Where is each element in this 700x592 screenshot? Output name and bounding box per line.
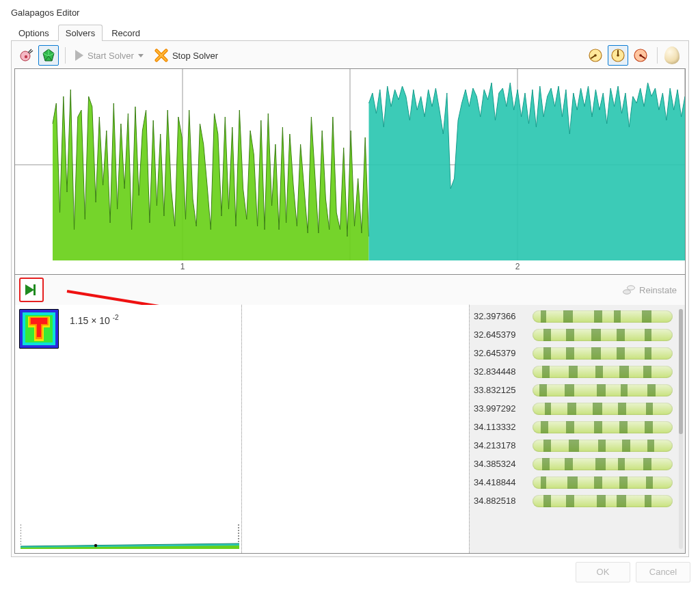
- genome-bar: [533, 384, 673, 396]
- toolbar-separator: [65, 47, 66, 64]
- solver-evolutionary-button[interactable]: [16, 45, 36, 66]
- reinstate-bar: Reinstate: [14, 275, 686, 305]
- tab-record[interactable]: Record: [104, 25, 148, 41]
- window-title: Galapagos Editor: [7, 3, 693, 23]
- middle-panel: [242, 305, 470, 553]
- x-icon: [154, 49, 168, 62]
- start-solver-button[interactable]: Start Solver: [70, 46, 149, 65]
- genome-row[interactable]: 33.832125: [472, 381, 685, 399]
- x-tick: 2: [350, 262, 685, 274]
- genome-bar: [533, 440, 673, 452]
- stop-solver-button[interactable]: Stop Solver: [149, 46, 224, 65]
- cancel-button[interactable]: Cancel: [636, 562, 690, 582]
- solution-panel: 1.15 × 10 -2: [15, 305, 242, 553]
- genome-bar: [533, 403, 673, 415]
- fitness-chart[interactable]: 12: [14, 68, 686, 275]
- genome-bar: [533, 476, 673, 489]
- genome-row[interactable]: 34.385324: [472, 455, 685, 472]
- chevron-down-icon: [138, 54, 144, 57]
- gem-icon: [41, 48, 56, 63]
- genome-panel: 32.39736632.64537932.64537932.83444833.8…: [470, 305, 685, 553]
- reinstate-icon: [622, 283, 636, 297]
- toolbar-separator: [657, 47, 658, 64]
- genome-value: 32.397366: [472, 311, 533, 321]
- genome-row[interactable]: 32.645379: [472, 345, 685, 362]
- genome-scrollbar[interactable]: [679, 309, 683, 549]
- genome-bar: [533, 495, 673, 507]
- genome-row[interactable]: 34.213178: [472, 437, 685, 454]
- svg-rect-31: [37, 318, 41, 337]
- genome-bar: [533, 310, 673, 323]
- svg-point-21: [623, 290, 631, 294]
- tab-solvers[interactable]: Solvers: [58, 25, 103, 41]
- skip-end-icon: [25, 283, 38, 297]
- svg-point-1: [25, 55, 27, 58]
- tab-bar: Options Solvers Record: [7, 23, 693, 41]
- play-icon: [75, 50, 83, 61]
- reinstate-label: Reinstate: [639, 285, 677, 295]
- reinstate-button[interactable]: Reinstate: [617, 282, 682, 298]
- genome-row[interactable]: 32.834448: [472, 363, 685, 380]
- genome-bar: [533, 329, 673, 341]
- genome-row[interactable]: 34.418844: [472, 474, 685, 491]
- speed-medium-button[interactable]: [608, 45, 628, 66]
- genome-bar: [533, 347, 673, 360]
- svg-point-34: [94, 544, 97, 547]
- gauge-low-icon: [588, 48, 603, 63]
- gauge-mid-icon: [610, 48, 625, 63]
- amoeba-icon: [18, 48, 33, 63]
- genome-value: 33.997292: [472, 403, 533, 414]
- genome-value: 34.882518: [472, 496, 533, 506]
- svg-point-22: [628, 286, 635, 290]
- start-solver-label: Start Solver: [88, 51, 134, 61]
- ok-button[interactable]: OK: [576, 562, 630, 582]
- genome-value: 34.385324: [472, 459, 533, 469]
- genome-value: 34.213178: [472, 440, 533, 450]
- egg-icon: [664, 46, 679, 64]
- genome-row[interactable]: 34.113332: [472, 418, 685, 435]
- fitness-chart-svg: [15, 69, 685, 260]
- genome-bar: [533, 458, 673, 470]
- genome-value: 33.832125: [472, 385, 533, 395]
- speed-slow-button[interactable]: [585, 45, 606, 66]
- genome-bar: [533, 366, 673, 378]
- genome-value: 32.645379: [472, 329, 533, 340]
- genome-value: 32.645379: [472, 348, 533, 358]
- tab-options[interactable]: Options: [11, 25, 57, 41]
- toolbar: Start Solver Stop Solver: [14, 44, 686, 68]
- egg-indicator: [662, 45, 682, 66]
- genome-row[interactable]: 34.882518: [472, 492, 685, 509]
- genome-row[interactable]: 32.645379: [472, 326, 685, 343]
- solution-thumbnail[interactable]: [19, 309, 59, 349]
- skip-to-end-button[interactable]: [19, 278, 44, 302]
- genome-row[interactable]: 33.997292: [472, 400, 685, 417]
- speed-fast-button[interactable]: [630, 45, 651, 66]
- genome-value: 32.834448: [472, 366, 533, 377]
- x-tick: 1: [15, 262, 350, 274]
- stop-solver-label: Stop Solver: [172, 51, 218, 61]
- genome-value: 34.418844: [472, 477, 533, 487]
- convergence-plot: [21, 524, 239, 549]
- genome-row[interactable]: 32.397366: [472, 308, 685, 325]
- solution-fitness-value: 1.15 × 10 -2: [70, 309, 119, 327]
- gauge-high-icon: [633, 48, 648, 63]
- solver-annealing-button[interactable]: [38, 45, 59, 66]
- genome-bar: [533, 421, 673, 433]
- genome-value: 34.113332: [472, 422, 533, 432]
